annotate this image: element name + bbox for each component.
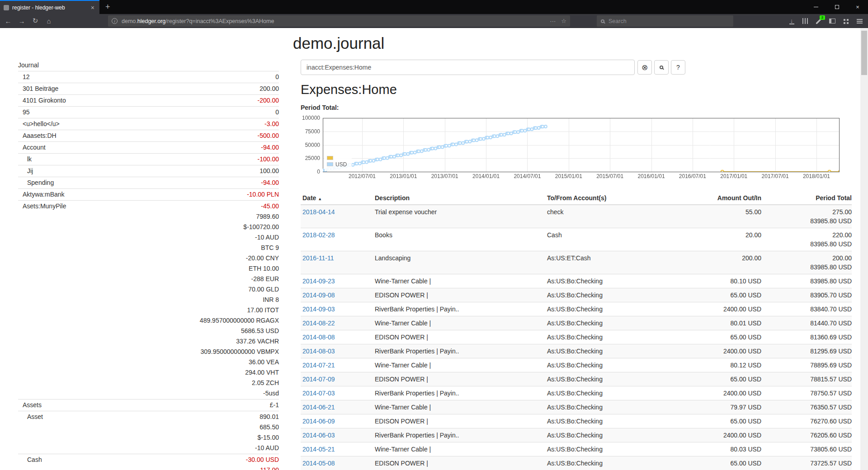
balance-line: -500.00 xyxy=(258,131,279,141)
date-link[interactable]: 2014-05-08 xyxy=(302,460,335,467)
period-total-cell: 200.00 83985.80 USD xyxy=(761,251,852,274)
column-header-date[interactable]: Date▲ xyxy=(301,192,373,205)
account-link[interactable]: lk xyxy=(18,154,32,164)
table-row: 2014-07-09 EDISON POWER | As:US:Bo:Check… xyxy=(301,372,852,386)
scrollbar-thumb[interactable] xyxy=(861,31,867,75)
minimize-button[interactable] xyxy=(806,0,826,14)
window-close-button[interactable]: × xyxy=(847,0,868,14)
date-link[interactable]: 2014-05-21 xyxy=(302,446,335,453)
date-link[interactable]: 2014-06-09 xyxy=(302,418,335,425)
balance-line: 70.00 GLD xyxy=(200,284,279,295)
balance-line: -10 AUD xyxy=(255,443,279,453)
balance-line: ETH 10.00 xyxy=(200,263,279,274)
balance-line: 309.950000000000 VBMPX xyxy=(200,347,279,357)
date-link[interactable]: 2014-08-03 xyxy=(302,348,335,355)
sidebars-button[interactable] xyxy=(826,14,839,28)
amount-cell: 80.10 USD xyxy=(685,274,761,288)
account-link[interactable]: 4101 Girokonto xyxy=(18,95,66,106)
date-link[interactable]: 2014-09-23 xyxy=(302,277,335,285)
account-link[interactable]: Assets xyxy=(18,400,42,410)
table-row: 2014-07-21 Wine-Tarner Cable | As:US:Bo:… xyxy=(301,358,852,372)
date-link[interactable]: 2018-04-14 xyxy=(302,208,335,216)
date-link[interactable]: 2014-06-21 xyxy=(302,404,335,411)
library-button[interactable] xyxy=(798,14,812,28)
bookmark-star-icon[interactable]: ☆ xyxy=(561,18,566,24)
sidebar-account-row: 12 0 xyxy=(18,71,279,83)
account-link[interactable]: Aktywa:mBank xyxy=(18,189,65,200)
balance-line: 0 xyxy=(275,72,279,82)
date-link[interactable]: 2014-06-03 xyxy=(302,432,335,439)
account-link[interactable]: 301 Beiträge xyxy=(18,84,58,94)
account-balance: 100.00 xyxy=(259,166,279,176)
browser-search-bar[interactable]: Search xyxy=(597,15,733,27)
date-link[interactable]: 2016-11-11 xyxy=(302,254,334,262)
table-row: 2014-06-09 EDISON POWER | As:US:Bo:Check… xyxy=(301,414,852,428)
menu-button[interactable] xyxy=(853,14,866,28)
account-link[interactable]: Aaasets:DH xyxy=(18,131,57,141)
clear-query-button[interactable]: ⊗ xyxy=(637,60,652,75)
balance-line: 5686.53 USD xyxy=(200,326,279,336)
back-button[interactable]: ← xyxy=(2,14,14,28)
balance-line: -20.00 CNY xyxy=(200,253,279,263)
description-cell: Wine-Tarner Cable | xyxy=(373,274,545,288)
balance-line: 0 xyxy=(275,107,279,118)
date-link[interactable]: 2014-09-03 xyxy=(302,306,335,313)
maximize-button[interactable] xyxy=(826,0,847,14)
extension-badge: 2 xyxy=(820,15,825,20)
page-scrollbar[interactable] xyxy=(860,28,868,470)
account-link[interactable]: 12 xyxy=(18,72,30,82)
account-cell: As:US:Bo:Checking xyxy=(545,288,685,302)
amount-cell: 80.03 USD xyxy=(685,442,761,456)
date-link[interactable]: 2014-07-21 xyxy=(302,362,335,369)
column-header-amount[interactable]: Amount Out/In xyxy=(685,192,761,205)
account-link[interactable]: Jij xyxy=(18,166,33,176)
balance-line: -30.00 USD xyxy=(246,455,279,465)
period-total-cell: 220.00 83985.80 USD xyxy=(761,228,852,251)
account-link[interactable]: Cash xyxy=(18,455,42,465)
apps-button[interactable] xyxy=(839,14,853,28)
url-domain: hledger.org xyxy=(137,18,166,24)
new-tab-button[interactable]: + xyxy=(99,0,116,14)
column-header-description[interactable]: Description xyxy=(373,192,545,205)
sidebar-journal-link[interactable]: Journal xyxy=(18,60,279,71)
url-bar[interactable]: i demo.hledger.org/register?q=inacct%3AE… xyxy=(108,15,570,27)
date-link[interactable]: 2014-09-08 xyxy=(302,291,335,299)
table-header-row: Date▲ Description To/From Account(s) Amo… xyxy=(301,192,852,205)
description-cell: RiverBank Properties | Payin.. xyxy=(373,344,545,358)
account-cell: As:US:Bo:Checking xyxy=(545,428,685,442)
amount-cell: 65.00 USD xyxy=(685,288,761,302)
home-button[interactable]: ⌂ xyxy=(42,14,55,28)
downloads-button[interactable]: ↓ xyxy=(785,14,798,28)
balance-line: -200.00 xyxy=(258,95,279,106)
date-link[interactable]: 2014-08-08 xyxy=(302,334,335,341)
forward-button[interactable]: → xyxy=(15,14,28,28)
account-link[interactable]: Spending xyxy=(18,178,54,188)
page-actions-icon[interactable]: ··· xyxy=(550,18,556,24)
account-cell: As:US:ET:Cash xyxy=(545,251,685,274)
balance-line: 100.00 xyxy=(259,166,279,176)
date-link[interactable]: 2014-07-09 xyxy=(302,376,335,383)
account-balance: 200.00 xyxy=(259,84,279,94)
account-link[interactable]: Asets:MunyPile xyxy=(18,201,66,212)
date-link[interactable]: 2014-08-22 xyxy=(302,320,335,327)
browser-tab[interactable]: register - hledger-web × xyxy=(0,0,99,14)
account-link[interactable]: <u>hello</u> xyxy=(18,119,60,129)
account-link[interactable]: Account xyxy=(18,142,46,153)
submit-search-button[interactable] xyxy=(654,60,669,75)
help-button[interactable]: ? xyxy=(671,60,685,75)
date-link[interactable]: 2014-07-03 xyxy=(302,390,335,397)
sidebar-account-row: lk -100.00 xyxy=(18,153,279,165)
hamburger-menu-icon xyxy=(857,21,863,22)
sidebar-account-row: 301 Beiträge 200.00 xyxy=(18,83,279,94)
column-header-period-total[interactable]: Period Total xyxy=(761,192,852,205)
column-header-account[interactable]: To/From Account(s) xyxy=(545,192,685,205)
account-link[interactable]: 95 xyxy=(18,107,30,118)
reload-button[interactable]: ↻ xyxy=(29,14,42,28)
account-link[interactable]: Asset xyxy=(18,412,43,422)
query-input[interactable] xyxy=(301,60,635,75)
site-info-icon[interactable]: i xyxy=(112,18,118,24)
extension-button[interactable]: 2 xyxy=(812,14,826,28)
date-link[interactable]: 2018-02-28 xyxy=(302,231,335,239)
tab-close-icon[interactable]: × xyxy=(90,4,96,11)
description-cell: Wine-Tarner Cable | xyxy=(373,442,545,456)
